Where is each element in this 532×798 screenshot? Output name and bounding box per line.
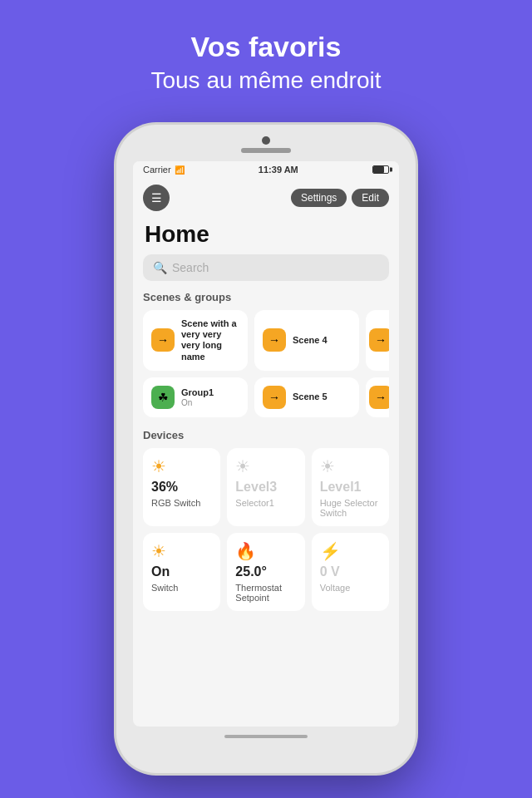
status-bar-left: Carrier 📶: [143, 165, 185, 175]
scene-card-0[interactable]: → Scene with a very very very long name: [143, 310, 248, 371]
device-icon-4: 🔥: [235, 541, 296, 561]
app-header: ☰ Settings Edit: [133, 178, 399, 218]
phone-speaker: [241, 148, 291, 153]
device-icon-5: ⚡: [320, 541, 381, 561]
device-value-4: 25.0°: [235, 564, 296, 579]
device-value-2: Level1: [320, 480, 381, 495]
status-bar-right: [372, 165, 389, 174]
scene-sub-3: On: [181, 398, 214, 407]
home-indicator: [224, 735, 308, 738]
phone-top-bar: [116, 125, 416, 153]
phone-screen: Carrier 📶 11:39 AM ☰ Settings Edit Home: [133, 161, 399, 727]
device-name-4: Thermostat Setpoint: [235, 583, 296, 603]
device-card-5[interactable]: ⚡ 0 V Voltage: [312, 533, 389, 611]
hero-subtitle: Tous au même endroit: [0, 64, 532, 96]
device-name-3: Switch: [151, 583, 212, 593]
carrier-label: Carrier: [143, 165, 171, 175]
device-name-2: Huge Selector Switch: [320, 498, 381, 518]
device-name-1: Selector1: [235, 498, 296, 508]
devices-grid: ☀ 36% RGB Switch ☀ Level3 Selector1 ☀ Le…: [143, 448, 389, 611]
menu-button[interactable]: ☰: [143, 185, 170, 211]
status-bar-time: 11:39 AM: [259, 165, 298, 175]
device-card-3[interactable]: ☀ On Switch: [143, 533, 220, 611]
scene-card-2[interactable]: →: [366, 310, 389, 371]
scroll-content: Scenes & groups → Scene with a very very…: [133, 291, 399, 727]
scene-card-1[interactable]: → Scene 4: [254, 310, 359, 371]
phone-shell: Carrier 📶 11:39 AM ☰ Settings Edit Home: [116, 125, 416, 773]
device-icon-1: ☀: [235, 456, 296, 476]
device-value-5: 0 V: [320, 564, 381, 579]
device-value-3: On: [151, 564, 212, 579]
search-icon: 🔍: [153, 261, 167, 274]
device-card-1[interactable]: ☀ Level3 Selector1: [227, 448, 304, 526]
scene-icon-3: ☘: [151, 386, 175, 409]
search-bar[interactable]: 🔍 Search: [143, 254, 389, 281]
scenes-section-title: Scenes & groups: [143, 291, 389, 303]
page-title: Home: [133, 218, 399, 254]
scene-icon-0: →: [151, 328, 175, 352]
devices-section-title: Devices: [143, 429, 389, 441]
scene-name-1: Scene 4: [293, 335, 328, 346]
scene-icon-1: →: [263, 328, 286, 352]
scene-name-4: Scene 5: [293, 392, 328, 402]
status-bar: Carrier 📶 11:39 AM: [133, 161, 399, 178]
device-value-0: 36%: [151, 480, 212, 495]
settings-button[interactable]: Settings: [291, 189, 347, 207]
scene-card-3[interactable]: ☘ Group1 On: [143, 377, 248, 417]
edit-button[interactable]: Edit: [352, 189, 389, 207]
scene-card-5[interactable]: →: [366, 377, 389, 417]
hero-title: Vos favoris: [0, 30, 532, 64]
search-placeholder: Search: [172, 261, 209, 274]
header-actions: Settings Edit: [291, 189, 389, 207]
device-name-0: RGB Switch: [151, 498, 212, 508]
device-name-5: Voltage: [320, 583, 381, 593]
scene-name-0: Scene with a very very very long name: [181, 318, 239, 362]
wifi-icon: 📶: [175, 165, 185, 175]
battery-icon: [372, 165, 389, 174]
device-card-4[interactable]: 🔥 25.0° Thermostat Setpoint: [227, 533, 304, 611]
device-icon-3: ☀: [151, 541, 212, 561]
battery-fill: [373, 166, 384, 173]
device-icon-0: ☀: [151, 456, 212, 476]
scene-name-3: Group1: [181, 387, 214, 398]
scene-icon-2: →: [369, 328, 389, 352]
scene-icon-4: →: [263, 386, 286, 409]
scenes-grid: → Scene with a very very very long name …: [143, 310, 389, 417]
scene-card-4[interactable]: → Scene 5: [254, 377, 359, 417]
device-card-2[interactable]: ☀ Level1 Huge Selector Switch: [312, 448, 389, 526]
device-icon-2: ☀: [320, 456, 381, 476]
device-card-0[interactable]: ☀ 36% RGB Switch: [143, 448, 220, 526]
device-value-1: Level3: [235, 480, 296, 495]
hamburger-icon: ☰: [151, 192, 162, 204]
phone-camera: [262, 136, 270, 145]
scene-icon-5: →: [369, 386, 389, 409]
